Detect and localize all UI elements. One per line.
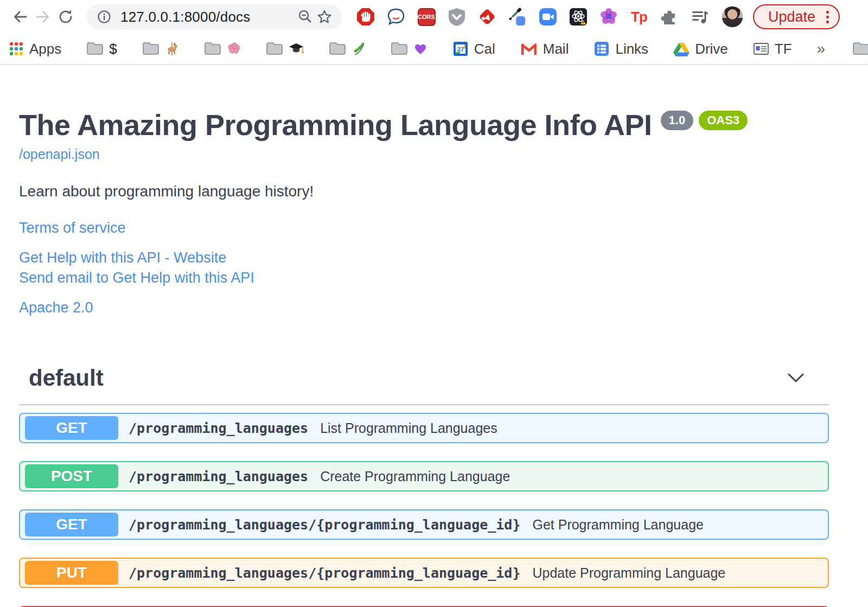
api-description: Learn about programming language history… <box>19 183 829 200</box>
google-calendar-icon: 27 <box>452 41 469 57</box>
zoom-video-icon[interactable] <box>538 7 558 27</box>
chat-bubble-icon[interactable] <box>386 7 406 27</box>
endpoint-summary: Create Programming Language <box>320 469 510 484</box>
links-icon <box>593 41 610 57</box>
section-header[interactable]: default <box>19 365 829 405</box>
endpoint-path: /programming_languages/{programming_lang… <box>129 565 520 581</box>
license-link[interactable]: Apache 2.0 <box>19 299 93 316</box>
endpoint-path: /programming_languages/{programming_lang… <box>129 517 520 533</box>
terms-of-service-link[interactable]: Terms of service <box>19 220 126 237</box>
method-badge: PUT <box>25 561 118 585</box>
endpoint-summary: Get Programming Language <box>532 517 703 533</box>
swagger-page: The Amazing Programming Language Info AP… <box>19 108 829 607</box>
browser-toolbar: 127.0.0.1:8000/docs CORS <box>0 0 868 34</box>
adblock-icon[interactable] <box>356 7 375 27</box>
method-badge: GET <box>25 513 118 536</box>
bookmark-folder-herb[interactable] <box>329 42 366 56</box>
brain-icon <box>227 42 241 55</box>
zoom-out-icon[interactable] <box>295 7 315 27</box>
folder-icon <box>329 42 346 56</box>
endpoint-row[interactable]: GET/programming_languages/{programming_l… <box>19 509 829 540</box>
color-picker-icon[interactable] <box>508 7 527 27</box>
reload-button[interactable] <box>54 5 77 28</box>
bookmark-apps[interactable]: Apps <box>9 41 61 57</box>
endpoint-path: /programming_languages <box>129 469 308 484</box>
chevron-down-icon[interactable] <box>787 372 805 385</box>
bookmark-tf[interactable]: TF <box>753 41 792 57</box>
tf-doc-icon <box>753 42 769 55</box>
folder-icon <box>852 42 868 56</box>
default-section: default GET/programming_languagesList Pr… <box>19 365 829 607</box>
bookmark-folder-dollar[interactable]: $ <box>86 41 117 57</box>
tp-label: Tp <box>631 9 647 25</box>
extensions-row: CORS <box>356 7 710 27</box>
endpoint-row[interactable]: POST/programming_languagesCreate Program… <box>19 461 829 491</box>
purple-heart-icon <box>413 42 427 55</box>
other-bookmarks[interactable]: Other Bookmarks <box>852 41 868 57</box>
endpoint-summary: List Programming Languages <box>320 420 497 436</box>
toucan-tp-icon[interactable]: Tp <box>629 7 649 27</box>
endpoint-row[interactable]: GET/programming_languagesList Programmin… <box>19 413 829 443</box>
oas3-badge: OAS3 <box>699 111 748 130</box>
herb-icon <box>352 42 366 56</box>
bookmark-folder-purple-heart[interactable] <box>391 42 427 56</box>
apps-grid-icon <box>9 41 24 56</box>
endpoint-row[interactable]: PUT/programming_languages/{programming_l… <box>19 558 829 588</box>
carousel-horse-icon <box>165 42 179 56</box>
bookmark-star-icon[interactable] <box>315 7 334 27</box>
puzzle-icon[interactable] <box>660 7 679 27</box>
cors-icon[interactable]: CORS <box>417 7 436 27</box>
bookmark-mail[interactable]: Mail <box>520 41 569 57</box>
share-diamond-icon[interactable] <box>477 7 497 27</box>
bookmarks-bar: Apps $ <box>0 34 868 65</box>
page-title: The Amazing Programming Language Info AP… <box>19 108 652 141</box>
profile-avatar[interactable] <box>722 6 743 28</box>
folder-icon <box>266 42 283 56</box>
address-bar[interactable]: 127.0.0.1:8000/docs <box>87 4 342 29</box>
privacy-shield-icon[interactable] <box>447 7 467 27</box>
bookmark-folder-brain[interactable] <box>204 42 241 56</box>
svg-text:27: 27 <box>457 46 464 53</box>
folder-icon <box>204 42 221 56</box>
react-devtools-icon[interactable] <box>569 7 588 27</box>
folder-icon <box>142 42 159 56</box>
version-badge: 1.0 <box>661 111 694 130</box>
gmail-icon <box>520 42 538 56</box>
bookmark-drive[interactable]: Drive <box>673 41 728 57</box>
endpoint-summary: Update Programming Language <box>532 565 725 581</box>
back-button[interactable] <box>9 5 31 28</box>
site-info-icon[interactable] <box>94 7 114 27</box>
bookmark-folder-graduation-cap[interactable] <box>266 42 304 56</box>
method-badge: GET <box>25 416 118 440</box>
url-text[interactable]: 127.0.0.1:8000/docs <box>120 9 295 25</box>
cors-label: CORS <box>418 8 436 26</box>
folder-icon <box>86 42 104 56</box>
bookmark-folder-carousel-horse[interactable] <box>142 42 179 56</box>
browser-menu-icon[interactable] <box>826 11 829 23</box>
folder-icon <box>391 42 408 56</box>
update-label: Update <box>768 9 815 25</box>
help-email-link[interactable]: Send email to Get Help with this API <box>19 270 254 286</box>
google-drive-icon <box>673 42 690 56</box>
endpoint-path: /programming_languages <box>129 420 308 436</box>
playlist-icon[interactable] <box>690 7 710 27</box>
bookmarks-overflow-icon[interactable]: » <box>817 40 826 57</box>
help-website-link[interactable]: Get Help with this API - Website <box>19 250 226 266</box>
flower-icon[interactable] <box>599 7 618 27</box>
bookmark-links[interactable]: Links <box>593 41 648 57</box>
endpoint-list: GET/programming_languagesList Programmin… <box>19 413 829 607</box>
graduation-cap-icon <box>289 42 304 55</box>
bookmark-calendar[interactable]: 27 Cal <box>452 41 495 57</box>
forward-button[interactable] <box>31 5 54 28</box>
openapi-json-link[interactable]: /openapi.json <box>19 146 100 162</box>
update-button[interactable]: Update <box>753 4 840 29</box>
section-title: default <box>29 365 104 391</box>
method-badge: POST <box>25 464 118 488</box>
